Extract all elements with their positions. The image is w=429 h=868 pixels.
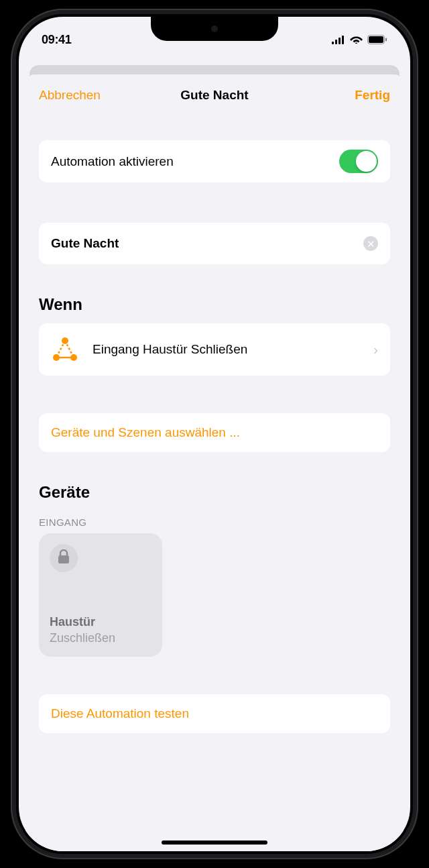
cellular-signal-icon <box>332 36 345 44</box>
svg-rect-2 <box>339 38 341 44</box>
select-devices-scenes-label: Geräte und Szenen auswählen ... <box>51 425 240 439</box>
phone-frame: 09:41 Abbrechen Gute Nacht Fertig <box>11 9 418 859</box>
select-devices-scenes-button[interactable]: Geräte und Szenen auswählen ... <box>39 413 390 452</box>
when-section-header: Wenn <box>39 295 390 314</box>
enable-automation-card: Automation aktivieren <box>39 140 390 182</box>
svg-rect-1 <box>335 40 337 44</box>
status-time: 09:41 <box>42 33 72 47</box>
device-name: Haustür <box>50 614 151 630</box>
automation-name-input[interactable] <box>51 236 363 251</box>
clear-text-button[interactable]: ✕ <box>363 236 378 251</box>
status-icons <box>332 35 387 44</box>
svg-rect-5 <box>369 36 383 43</box>
test-automation-label: Diese Automation testen <box>51 706 189 720</box>
trigger-label: Eingang Haustür Schließen <box>93 342 360 357</box>
nav-title: Gute Nacht <box>180 88 248 103</box>
device-icon-wrap <box>50 544 78 572</box>
automation-name-card: ✕ <box>39 223 390 264</box>
battery-icon <box>367 35 387 44</box>
nav-bar: Abbrechen Gute Nacht Fertig <box>25 74 404 113</box>
device-tile[interactable]: Haustür Zuschließen <box>39 533 162 657</box>
svg-rect-13 <box>58 555 69 563</box>
device-tile-text: Haustür Zuschließen <box>50 614 151 646</box>
device-action: Zuschließen <box>50 631 151 646</box>
wifi-icon <box>350 35 363 44</box>
close-icon: ✕ <box>367 239 375 249</box>
svg-rect-0 <box>332 42 334 44</box>
lock-icon <box>57 549 70 567</box>
home-indicator[interactable] <box>162 840 267 845</box>
enable-automation-toggle[interactable] <box>339 150 378 173</box>
enable-automation-row: Automation aktivieren <box>39 140 390 182</box>
svg-rect-3 <box>342 36 344 44</box>
chevron-right-icon: › <box>373 342 378 358</box>
enable-automation-label: Automation aktivieren <box>51 154 174 169</box>
device-group-label: EINGANG <box>39 517 390 528</box>
devices-section-header: Geräte <box>39 483 390 502</box>
notch <box>151 17 278 41</box>
cancel-button[interactable]: Abbrechen <box>39 88 113 103</box>
test-automation-button[interactable]: Diese Automation testen <box>39 694 390 733</box>
screen: 09:41 Abbrechen Gute Nacht Fertig <box>19 17 410 851</box>
trigger-row[interactable]: Eingang Haustür Schließen › <box>39 323 390 376</box>
automation-trigger-icon <box>51 335 79 364</box>
modal-sheet: Abbrechen Gute Nacht Fertig Automation a… <box>25 74 404 851</box>
done-button[interactable]: Fertig <box>316 88 390 103</box>
sheet-content[interactable]: Automation aktivieren ✕ Wenn <box>25 113 404 851</box>
svg-rect-6 <box>385 38 387 42</box>
